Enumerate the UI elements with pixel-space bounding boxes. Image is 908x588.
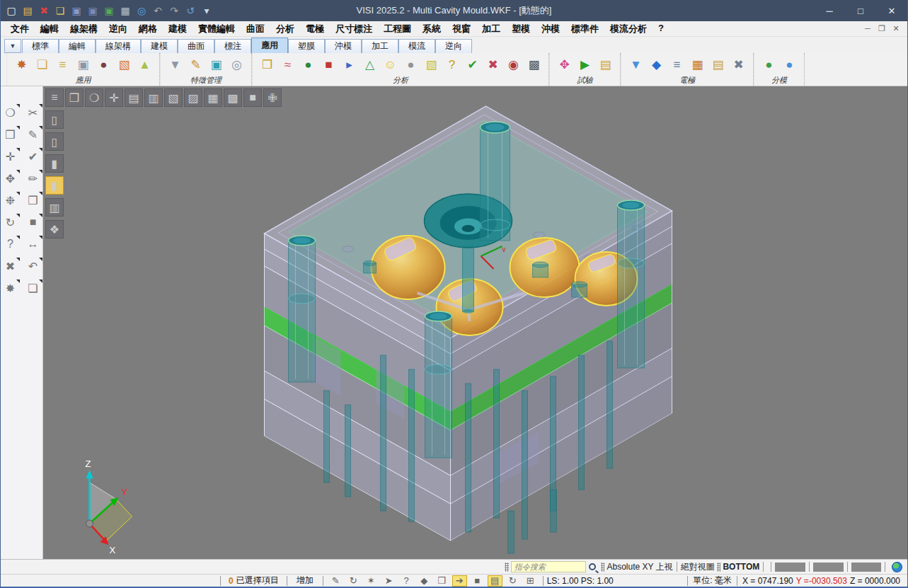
undo-operation-icon[interactable]: ↶ xyxy=(24,257,42,275)
menu-item[interactable]: 電極 xyxy=(300,23,330,35)
save-icon[interactable]: ▣ xyxy=(69,3,84,18)
feature-fill-icon[interactable]: ▣ xyxy=(207,55,226,74)
view-top-icon[interactable]: ▤ xyxy=(125,88,143,107)
menu-item[interactable]: 尺寸標注 xyxy=(330,23,378,35)
window-split-icon[interactable]: ⊞ xyxy=(523,575,538,587)
simulation-play-icon[interactable]: ▶ xyxy=(575,55,594,74)
view-name-label[interactable]: BOTTOM xyxy=(723,562,759,572)
mdi-close-button[interactable]: ✕ xyxy=(889,21,903,35)
electrode-collision-icon[interactable]: ✖ xyxy=(729,55,748,74)
線架構[interactable]: 線架構 xyxy=(96,39,141,53)
magic-select-icon[interactable]: ✶ xyxy=(364,575,379,587)
simulation-stack-icon[interactable]: ▤ xyxy=(596,55,615,74)
spline-edit-icon[interactable]: ✎ xyxy=(24,125,42,144)
electrode-tool-icon[interactable]: ◆ xyxy=(647,55,666,74)
menu-item[interactable]: 加工 xyxy=(476,23,506,35)
new-file-icon[interactable]: ▢ xyxy=(4,3,18,18)
filter-solid-icon[interactable]: ▮ xyxy=(45,154,64,173)
rotate-view-icon[interactable]: ↻ xyxy=(505,575,520,587)
塑膜[interactable]: 塑膜 xyxy=(288,39,325,53)
maximize-button[interactable]: □ xyxy=(845,0,876,21)
geometry-doctor-icon[interactable]: ? xyxy=(442,55,461,74)
assembly-tree-icon[interactable]: ≡ xyxy=(53,55,72,74)
context-help-icon[interactable]: ? xyxy=(399,575,414,587)
layer-manager-icon[interactable]: ▤ xyxy=(488,575,502,587)
add-mode-label[interactable]: 增加 xyxy=(291,575,319,587)
auto-refresh-icon[interactable]: ↻ xyxy=(346,575,361,587)
kinematics-tool-icon[interactable]: ✥ xyxy=(555,55,574,74)
close-file-icon[interactable]: ✖ xyxy=(37,3,51,18)
electrode-path-icon[interactable]: ≡ xyxy=(667,55,686,74)
viewport-canvas[interactable]: ≡ ❒ ❍ ✛ ▤ ▥ ▧ ▨ ▦ ▩ xyxy=(43,86,907,559)
曲面[interactable]: 曲面 xyxy=(178,39,214,53)
menu-item[interactable]: 工程圖 xyxy=(378,23,417,35)
surface-check-icon[interactable]: ☺ xyxy=(381,55,400,74)
open-file-icon[interactable]: ▤ xyxy=(21,3,35,18)
open-application-icon[interactable]: ❏ xyxy=(33,55,52,74)
feature-edit-icon[interactable]: ✎ xyxy=(186,55,205,74)
filter-wire-icon[interactable]: ▥ xyxy=(45,198,64,217)
preview-icon[interactable]: ◎ xyxy=(134,3,149,18)
application-config-icon[interactable]: ✸ xyxy=(12,55,31,74)
snapshot-icon[interactable]: ● xyxy=(94,55,113,74)
mesh-analysis-icon[interactable]: ● xyxy=(401,55,420,74)
ucs-move-icon[interactable]: ✥ xyxy=(1,169,20,188)
編輯[interactable]: 編輯 xyxy=(59,39,96,53)
zoom-view-icon[interactable]: ❍ xyxy=(85,88,103,107)
toolbar-options-icon[interactable]: ▾ xyxy=(200,3,214,18)
menu-item[interactable]: 建模 xyxy=(163,23,192,35)
draft-analysis-icon[interactable]: △ xyxy=(360,55,379,74)
electrode-create-icon[interactable]: ▼ xyxy=(626,55,645,74)
menu-item[interactable]: 系統 xyxy=(417,23,447,35)
view-iso-icon[interactable]: ■ xyxy=(243,88,262,107)
menu-item[interactable]: 文件 xyxy=(5,23,35,35)
save-all-icon[interactable]: ▣ xyxy=(102,3,116,18)
erase-wireframe-icon[interactable]: ✂ xyxy=(24,103,42,122)
filter-current-icon[interactable]: ▮ xyxy=(45,176,64,195)
menu-item[interactable]: 網格 xyxy=(133,23,163,35)
tab-dropdown-button[interactable]: ▼ xyxy=(4,39,21,53)
absolute-view-label[interactable]: 絕對視圖 xyxy=(681,561,715,573)
ucs-axis-icon[interactable]: ✛ xyxy=(105,88,123,107)
menu-item[interactable]: 曲面 xyxy=(241,23,270,35)
inspect-solid-icon[interactable]: ◉ xyxy=(504,55,523,74)
coord-mode-label[interactable]: Absolute XY 上視 xyxy=(607,561,672,573)
curvature-analysis-icon[interactable]: ≈ xyxy=(278,55,297,74)
標準[interactable]: 標準 xyxy=(22,39,59,53)
thickness-analysis-icon[interactable]: ■ xyxy=(319,55,338,74)
menu-item[interactable]: 模流分析 xyxy=(604,23,653,35)
search-icon[interactable] xyxy=(589,563,596,570)
menu-item[interactable]: 標準件 xyxy=(565,23,604,35)
pick-solid-icon[interactable]: ➤ xyxy=(381,575,396,587)
validate-solid-icon[interactable]: ✔ xyxy=(463,55,482,74)
filter-visible-icon[interactable]: ▯ xyxy=(45,132,64,151)
feature-revolve-icon[interactable]: ◎ xyxy=(227,55,246,74)
delete-entity-icon[interactable]: ✖ xyxy=(1,257,20,275)
filter-all-icon[interactable]: ▯ xyxy=(45,110,64,129)
select-frame-icon[interactable]: ❒ xyxy=(65,88,84,107)
dynamic-view-icon[interactable]: ➔ xyxy=(452,575,467,587)
viewbox-icon[interactable]: ▣ xyxy=(74,55,93,74)
window-layout-icon[interactable]: ❐ xyxy=(24,191,42,209)
unit-label[interactable]: 單位: 毫米 xyxy=(691,575,733,587)
save-as-icon[interactable]: ▣ xyxy=(86,3,100,18)
close-button[interactable]: ✕ xyxy=(876,0,907,21)
pick-tool-icon[interactable]: ✎ xyxy=(328,575,343,587)
section-view-icon[interactable]: ▩ xyxy=(524,55,544,74)
flag-check-icon[interactable]: ▸ xyxy=(340,55,359,74)
view-right-icon[interactable]: ▨ xyxy=(184,88,202,107)
preview-zoom-icon[interactable]: ❍ xyxy=(1,103,20,122)
selection-frame-icon[interactable]: ❒ xyxy=(1,125,20,144)
應用[interactable]: 應用 xyxy=(251,38,288,53)
open-copy-icon[interactable]: ❏ xyxy=(53,3,67,18)
zoom-tolerance-icon[interactable]: ✛ xyxy=(1,147,20,166)
mdi-restore-button[interactable]: ❐ xyxy=(875,21,889,35)
zebra-analysis-icon[interactable]: ● xyxy=(299,55,318,74)
app-wheel-icon[interactable]: ✸ xyxy=(1,279,20,297)
validate-check-icon[interactable]: ✔ xyxy=(24,147,42,166)
建模[interactable]: 建模 xyxy=(141,39,178,53)
solid-view-icon[interactable]: ■ xyxy=(470,575,485,587)
view-front-icon[interactable]: ▦ xyxy=(204,88,222,107)
menu-item[interactable]: 視窗 xyxy=(447,23,476,35)
help-query-icon[interactable]: ? xyxy=(1,235,20,253)
